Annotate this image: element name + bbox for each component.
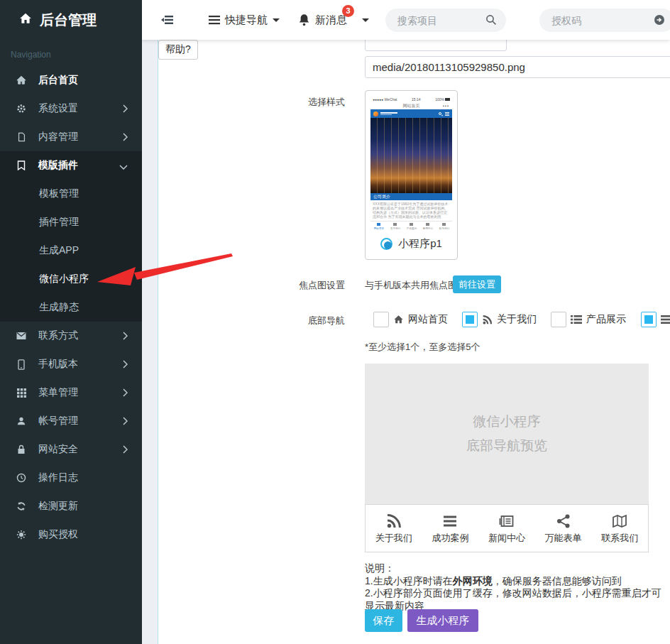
sidebar-item-mobile-version[interactable]: 手机版本 [0,350,142,378]
nav-option-home: 网站首页 [373,310,448,329]
hamburger-icon [445,112,449,116]
style-radio-selected[interactable] [380,238,392,250]
preview-nav-forms[interactable]: 万能表单 [535,505,592,552]
form-panel: 选择样式 ●●●●● WeChat 15:14 100% 网站首页 ••• [158,40,670,644]
search-icon[interactable] [485,14,497,28]
sidebar-item-contact[interactable]: 联系方式 [0,322,142,350]
phone-tab: 新闻中心 [419,222,436,231]
quick-nav-dropdown[interactable]: 快捷导航 [209,0,280,40]
sidebar-item-wechat-miniprogram[interactable]: 微信小程序 [0,265,142,293]
sidebar-item-home[interactable]: 后台首页 [0,66,142,94]
envelope-icon [13,332,29,340]
preview-nav-contact[interactable]: 联系我们 [591,505,648,552]
home-icon [393,315,404,324]
sidebar-toggle-button[interactable] [160,0,175,40]
sidebar-item-account-manage[interactable]: 帐号管理 [0,407,142,435]
rss-icon [385,513,403,530]
refresh-icon [13,501,29,511]
chevron-right-icon [122,132,128,143]
sidebar-item-plugin-manage[interactable]: 插件管理 [0,208,142,236]
sidebar-item-generate-app[interactable]: 生成APP [0,236,142,265]
sidebar-item-generate-static[interactable]: 生成静态 [0,293,142,322]
nav-option-cutoff [641,310,670,329]
save-button[interactable]: 保存 [365,609,402,632]
hamburger-icon [661,315,670,324]
brand[interactable]: 后台管理 [0,0,142,40]
list-icon [571,315,582,324]
sidebar-section-label: Navigation [0,40,142,66]
bell-icon [298,13,310,26]
sidebar-item-template-manage[interactable]: 模板管理 [0,180,142,208]
brand-title: 后台管理 [40,11,97,30]
phone-preview: ●●●●● WeChat 15:14 100% 网站首页 ••• [370,96,452,231]
generate-miniprogram-button[interactable]: 生成小程序 [407,609,478,632]
caret-down-icon [362,18,369,22]
phone-tab: 产品展示 [403,222,419,231]
messages-badge: 3 [342,5,354,17]
phone-caption-bar: 公司简介 [370,193,452,200]
chevron-right-icon [122,359,128,371]
preview-nav-about[interactable]: 关于我们 [366,505,422,552]
auth-code [539,9,670,32]
checkbox-cutoff[interactable] [641,312,657,327]
phone-tab: 联系我们 [436,222,452,231]
phone-tab: 关于我们 [387,222,403,231]
preview-nav-cases[interactable]: 成功案例 [422,505,479,552]
user-icon [13,416,29,426]
messages-dropdown[interactable]: 新消息 3 [298,0,369,40]
sidebar-menu: 后台首页 系统设置 内容管理 模版插件 模板管理 插件管理 生成APP 微信小程… [0,66,142,549]
sidebar-item-menu-manage[interactable]: 菜单管理 [0,378,142,407]
clock-icon [13,473,29,483]
battery-icon [445,98,450,101]
auth-code-input[interactable] [539,9,670,32]
checkbox-about[interactable] [462,312,478,327]
phone-status-bar: ●●●●● WeChat 15:14 100% [370,96,452,102]
sidebar-item-content[interactable]: 内容管理 [0,123,142,151]
chevron-right-icon [122,416,128,427]
phone-carrier: ●●●●● WeChat [373,97,397,102]
style-label: 选择样式 [172,96,345,109]
nav-option-about: 关于我们 [462,310,537,329]
sun-gear-icon [13,530,29,540]
app-title-bars [380,112,439,115]
grid-icon [13,388,29,398]
bottom-nav-preview-bar: 关于我们 成功案例 新闻中心 万能表单 联系我们 [365,504,649,552]
phone-tab: 网站首页 [370,222,387,231]
sidebar-item-check-update[interactable]: 检测更新 [0,492,142,520]
checkbox-products[interactable] [551,312,566,327]
sidebar-item-template-plugins[interactable]: 模版插件 [0,151,142,180]
project-search [385,9,506,32]
phone-time: 15:14 [412,97,421,102]
phone-title-bar: 网站首页 ••• [370,102,452,109]
sidebar: 后台管理 Navigation 后台首页 系统设置 内容管理 模版插件 模板管理… [0,0,142,644]
gear-icon [13,104,29,114]
go-to-settings-button[interactable]: 前往设置 [453,275,501,293]
lock-icon [13,444,29,454]
checkbox-home[interactable] [373,312,389,327]
focus-image-label: 焦点图设置 [172,279,345,292]
preview-nav-news[interactable]: 新闻中心 [478,505,535,552]
bookmark-icon [13,160,29,170]
map-icon [610,513,629,530]
app-logo [373,111,378,116]
help-button[interactable]: 帮助? [158,40,198,60]
home-icon [19,12,32,28]
media-path-input[interactable] [365,56,670,78]
phone-battery-text: 100% [435,97,450,102]
sidebar-item-buy-license[interactable]: 购买授权 [0,520,142,549]
sidebar-item-site-security[interactable]: 网站安全 [0,435,142,464]
topbar: 快捷导航 新消息 3 [142,0,670,40]
quick-nav-label: 快捷导航 [225,13,268,27]
focus-share-text: 与手机版本共用焦点图 [365,279,457,292]
share-icon [554,513,573,530]
partial-top-input[interactable] [365,40,507,51]
main-content: 选择样式 ●●●●● WeChat 15:14 100% 网站首页 ••• [142,40,670,644]
chevron-down-icon [119,160,128,172]
phone-tab-bar: 网站首页 关于我们 产品展示 新闻中心 联系我们 [370,221,452,231]
style-option-card[interactable]: ●●●●● WeChat 15:14 100% 网站首页 ••• [365,90,458,260]
sidebar-item-operation-log[interactable]: 操作日志 [0,464,142,492]
sidebar-item-system-settings[interactable]: 系统设置 [0,94,142,123]
search-icon [439,112,441,115]
messages-label: 新消息 [315,13,347,27]
arrow-circle-icon[interactable] [654,14,665,28]
